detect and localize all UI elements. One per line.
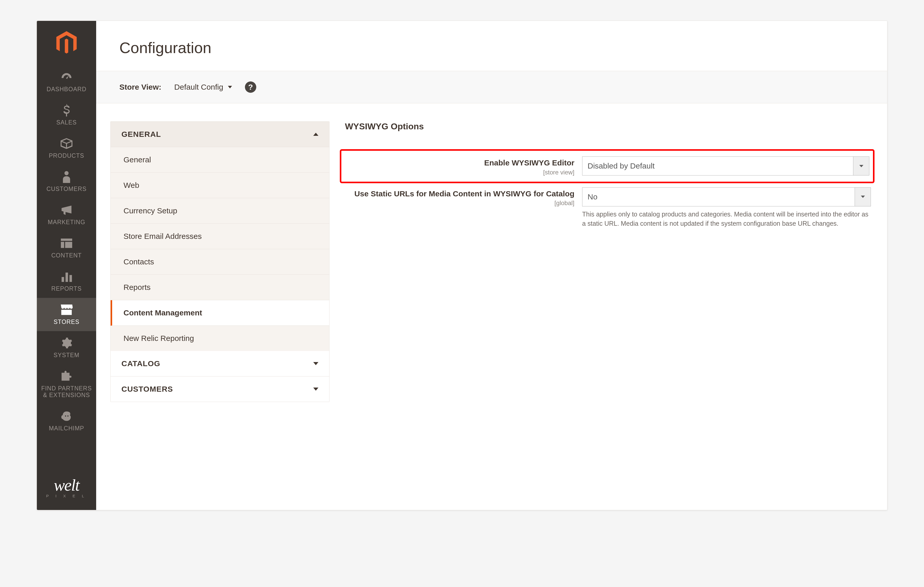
megaphone-icon (61, 204, 73, 216)
box-icon (61, 137, 73, 150)
nav-label: MARKETING (48, 219, 85, 226)
nav-reports[interactable]: REPORTS (37, 265, 96, 298)
layout-icon (61, 237, 72, 250)
brand-tagline: P I X E L (37, 494, 96, 498)
config-group-catalog[interactable]: CATALOG (111, 351, 329, 377)
brand-name: welt (37, 478, 96, 492)
gear-icon (61, 337, 72, 349)
chevron-down-icon (313, 362, 318, 365)
person-icon (63, 171, 71, 183)
caret-down-icon (228, 86, 232, 89)
field-scope: [store view] (345, 169, 574, 176)
dollar-icon (62, 104, 71, 117)
mailchimp-icon (61, 410, 72, 423)
tab-reports[interactable]: Reports (111, 275, 329, 300)
nav-label: CUSTOMERS (46, 186, 87, 192)
nav-marketing[interactable]: MARKETING (37, 198, 96, 232)
nav-content[interactable]: CONTENT (37, 232, 96, 265)
chevron-down-icon (313, 388, 318, 391)
gauge-icon (61, 71, 73, 83)
field-label: Use Static URLs for Media Content in WYS… (355, 189, 574, 198)
select-value: Disabled by Default (587, 161, 655, 170)
nav-label: FIND PARTNERS & EXTENSIONS (38, 385, 95, 399)
tab-web[interactable]: Web (111, 173, 329, 198)
nav-label: CONTENT (51, 252, 82, 259)
nav-label: STORES (54, 319, 79, 326)
store-scope-bar: Store View: Default Config ? (96, 71, 887, 104)
select-value: No (587, 192, 597, 201)
field-helper: This applies only to catalog products an… (582, 209, 871, 228)
app-frame: DASHBOARD SALES PRODUCTS CUSTOMERS MARKE… (36, 21, 888, 510)
field-label: Enable WYSIWYG Editor (484, 158, 574, 167)
nav-label: PRODUCTS (49, 152, 84, 159)
bars-icon (61, 270, 72, 283)
enable-wysiwyg-select[interactable]: Disabled by Default (582, 156, 870, 176)
nav-mailchimp[interactable]: MAILCHIMP (37, 404, 96, 437)
field-scope: [global] (345, 199, 574, 207)
group-label: CUSTOMERS (121, 385, 173, 393)
static-urls-select[interactable]: No (582, 187, 871, 206)
nav-dashboard[interactable]: DASHBOARD (37, 65, 96, 99)
caret-down-icon (859, 165, 863, 167)
tab-currency-setup[interactable]: Currency Setup (111, 198, 329, 224)
config-group-customers[interactable]: CUSTOMERS (111, 377, 329, 402)
tab-contacts[interactable]: Contacts (111, 249, 329, 275)
admin-sidebar: DASHBOARD SALES PRODUCTS CUSTOMERS MARKE… (37, 21, 96, 510)
nav-label: DASHBOARD (47, 86, 87, 93)
nav-label: SYSTEM (54, 352, 80, 359)
page-title: Configuration (96, 21, 887, 71)
nav-customers[interactable]: CUSTOMERS (37, 165, 96, 198)
select-trigger (853, 157, 869, 175)
field-enable-wysiwyg: Enable WYSIWYG Editor [store view] Disab… (342, 151, 873, 182)
magento-hexagon-icon (56, 31, 77, 55)
nav-sales[interactable]: SALES (37, 99, 96, 132)
store-view-switcher[interactable]: Default Config (174, 83, 232, 92)
config-group-general-tabs: General Web Currency Setup Store Email A… (111, 147, 329, 351)
puzzle-icon (61, 370, 73, 382)
nav-partners[interactable]: FIND PARTNERS & EXTENSIONS (37, 364, 96, 404)
config-group-general[interactable]: GENERAL (111, 122, 329, 147)
magento-logo[interactable] (37, 27, 96, 65)
nav-stores[interactable]: STORES (37, 298, 96, 331)
nav-products[interactable]: PRODUCTS (37, 132, 96, 165)
storefront-icon (60, 304, 73, 316)
nav-label: MAILCHIMP (49, 425, 84, 432)
tab-store-emails[interactable]: Store Email Addresses (111, 224, 329, 249)
config-form: WYSIWYG Options Enable WYSIWYG Editor [s… (345, 122, 873, 402)
nav-system[interactable]: SYSTEM (37, 331, 96, 364)
tab-content-management[interactable]: Content Management (111, 300, 329, 326)
section-title: WYSIWYG Options (345, 122, 873, 139)
nav-label: REPORTS (51, 285, 82, 292)
help-icon[interactable]: ? (245, 81, 256, 93)
svg-point-0 (64, 171, 69, 175)
chevron-up-icon (313, 133, 318, 136)
select-trigger (855, 187, 871, 206)
footer-brand: welt P I X E L (37, 472, 96, 510)
group-label: CATALOG (121, 359, 160, 368)
tab-general[interactable]: General (111, 147, 329, 173)
tab-new-relic[interactable]: New Relic Reporting (111, 326, 329, 351)
main-panel: Configuration Store View: Default Config… (96, 21, 887, 510)
group-label: GENERAL (121, 130, 161, 139)
store-view-label: Store View: (119, 83, 162, 92)
config-tabs: GENERAL General Web Currency Setup Store… (111, 122, 330, 402)
nav-label: SALES (56, 119, 77, 126)
caret-down-icon (861, 196, 865, 198)
field-static-urls: Use Static URLs for Media Content in WYS… (345, 182, 873, 234)
store-view-value: Default Config (174, 83, 223, 92)
